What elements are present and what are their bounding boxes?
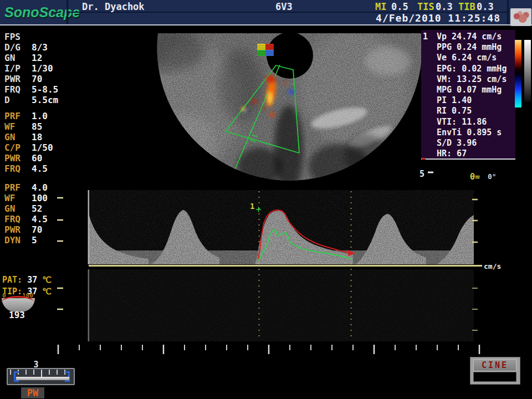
mi-label: MI (375, 1, 386, 12)
measurement-row: PI 1.40 (437, 95, 515, 106)
param-row: GN18 (4, 132, 42, 142)
measurement-row: HR: 67 (437, 149, 515, 159)
measurement-row: VTI: 11.86 (437, 117, 515, 127)
frame-counter: 193 (9, 310, 25, 320)
spectral-display (57, 190, 482, 354)
angle-label: θ= (470, 172, 480, 182)
spectral-baseline (89, 265, 482, 267)
param-row: GN52 (4, 203, 42, 214)
param-row: PRF4.0 (4, 182, 48, 193)
param-row: GN12 (4, 53, 42, 63)
cine-button-label[interactable]: CINE (473, 359, 516, 371)
divider (0, 24, 532, 25)
divider (507, 0, 509, 24)
param-row: PRF1.0 (4, 111, 48, 121)
orientation-marker-icon (257, 44, 274, 56)
param-row: FRQ4.5 (4, 163, 48, 174)
cine-button[interactable]: CINE (470, 357, 520, 385)
sweep-progress-bar[interactable] (7, 368, 75, 385)
param-row: FPS (4, 32, 32, 42)
measurement-row: Ve 6.24 cm/s (437, 53, 515, 63)
tib-value: 0.3 (477, 1, 494, 12)
measurement-row: Vp 24.74 cm/s (437, 32, 515, 42)
measurement-row: MPG 0.07 mmHg (437, 85, 515, 95)
param-row: WF100 (4, 193, 48, 203)
depth-marker-label: 5 (420, 169, 424, 179)
param-row: I/P1/30 (4, 63, 53, 74)
pw-mode-label[interactable]: PW (21, 387, 44, 398)
ultrasound-screen: { "header": { "logo": "SonoScape", "doct… (0, 0, 532, 399)
cine-button-display (473, 372, 516, 382)
measurement-row: S/D 3.96 (437, 138, 515, 149)
param-row: DYN5 (4, 235, 37, 245)
measurement-index: 1 (423, 32, 428, 42)
measurement-row: PPG 0.24 mmHg (437, 42, 515, 53)
divider (422, 158, 426, 160)
param-row: D5.5cm (4, 95, 58, 105)
sweep-center-tick (41, 370, 42, 377)
b-mode-fan (127, 29, 422, 192)
left-scale-ticks (57, 198, 63, 309)
mi-value: 0.5 (391, 1, 408, 12)
measurement-row: VM: 13.25 cm/s (437, 74, 515, 85)
param-row: WF85 (4, 121, 42, 132)
tib-label: TIB (458, 1, 475, 12)
velocity-unit-label: cm/s (484, 262, 501, 270)
doctor-name: Dr. Dyachok (82, 1, 145, 12)
param-row: FRQ4.5 (4, 214, 48, 224)
param-row: PWR60 (4, 153, 42, 163)
measurement-row: EnvTi 0.895 s (437, 127, 515, 138)
probe-name: 6V3 (275, 1, 293, 12)
param-row: FRQ5-8.5 (4, 84, 58, 95)
divider (421, 158, 515, 160)
tis-value: 0.3 (436, 1, 453, 12)
measurement-row: RI 0.75 (437, 106, 515, 116)
color-doppler-colorbar (515, 40, 521, 108)
patient-thumbnail[interactable] (510, 8, 531, 26)
datetime: 4/Feb/2010 11:25:48 (222, 12, 500, 24)
grayscale-colorbar (524, 40, 531, 102)
param-row: PWR70 (4, 74, 42, 84)
tis-label: TIS (417, 1, 434, 12)
param-row: C/P1/50 (4, 142, 53, 153)
spectrum-caliper-label: 1 (250, 202, 254, 211)
param-row: D/G8/3 (4, 42, 48, 53)
angle-value: 0° (488, 172, 497, 181)
param-row: PWR70 (4, 224, 42, 235)
patient-temperature: PAT: 37 ℃ (2, 275, 52, 285)
top-bar: SonoScape Dr. Dyachok 6V3 MI 0.5 TIS 0.3… (0, 0, 532, 24)
sweep-thumb[interactable] (16, 377, 69, 380)
measurement-row: EPG: 0.02 mmHg (437, 64, 515, 74)
